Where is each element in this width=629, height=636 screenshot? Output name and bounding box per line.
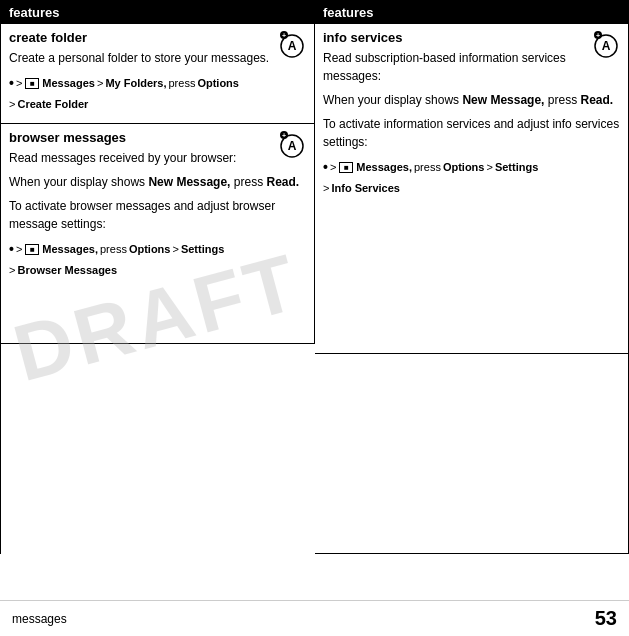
- nav-arrow3: >: [16, 241, 22, 258]
- create-folder-para1: Create a personal folder to store your m…: [9, 49, 306, 67]
- create-folder-nav: • > ■ Messages > My Folders, press Optio…: [9, 73, 306, 94]
- nav-arrow2: >: [9, 96, 15, 113]
- nav-sep2: >: [172, 241, 178, 258]
- browser-messages-content: Read messages received by your browser: …: [9, 149, 306, 279]
- messages-icon2: ■: [25, 244, 39, 255]
- info-services-cell: A + info services Read subscription-base…: [315, 24, 629, 354]
- left-column: features A + create folder Create a pers…: [1, 1, 315, 554]
- browser-messages-icon-badge: A +: [278, 130, 306, 158]
- nav-arrow4: >: [9, 262, 15, 279]
- info-nav2: > Info Services: [323, 180, 620, 197]
- right-empty-cell: [315, 354, 629, 554]
- browser-para1: Read messages received by your browser:: [9, 149, 306, 167]
- nav-infoservices: Info Services: [331, 180, 399, 197]
- create-folder-nav2: > Create Folder: [9, 96, 306, 113]
- nav-arrow5: >: [330, 159, 336, 176]
- nav-bullet2: •: [9, 239, 14, 260]
- footer-page-number: 53: [595, 607, 617, 630]
- nav-createfolder: Create Folder: [17, 96, 88, 113]
- nav-bullet3: •: [323, 157, 328, 178]
- nav-browsermessages: Browser Messages: [17, 262, 117, 279]
- right-header-text: features: [323, 5, 374, 20]
- browser-para2: When your display shows New Message, pre…: [9, 173, 306, 191]
- nav-myfolders: My Folders,: [105, 75, 166, 92]
- nav-messages3: Messages,: [356, 159, 412, 176]
- info-para3: To activate information services and adj…: [323, 115, 620, 151]
- messages-icon: ■: [25, 78, 39, 89]
- nav-arrow1: >: [16, 75, 22, 92]
- nav-bullet: •: [9, 73, 14, 94]
- svg-text:+: +: [282, 132, 286, 139]
- create-folder-title: create folder: [9, 30, 306, 45]
- create-folder-cell: A + create folder Create a personal fold…: [1, 24, 315, 124]
- browser-messages-cell: A + browser messages Read messages recei…: [1, 124, 315, 344]
- browser-nav1: • > ■ Messages, press Options > Settings: [9, 239, 306, 260]
- page-container: DRAFT features A + create fold: [0, 0, 629, 636]
- info-services-content: Read subscription-based information serv…: [323, 49, 620, 197]
- info-services-icon-badge: A +: [592, 30, 620, 58]
- nav-press1: press: [169, 75, 196, 92]
- svg-text:A: A: [288, 39, 297, 53]
- nav-press2: press: [100, 241, 127, 258]
- svg-text:A: A: [602, 39, 611, 53]
- info-para1: Read subscription-based information serv…: [323, 49, 620, 85]
- nav-sep3: >: [486, 159, 492, 176]
- left-header-text: features: [9, 5, 60, 20]
- info-nav1: • > ■ Messages, press Options > Settings: [323, 157, 620, 178]
- footer: messages 53: [0, 600, 629, 636]
- svg-text:+: +: [596, 32, 600, 39]
- left-header: features: [1, 1, 315, 24]
- nav-messages2: Messages,: [42, 241, 98, 258]
- browser-nav2: > Browser Messages: [9, 262, 306, 279]
- svg-text:+: +: [282, 32, 286, 39]
- info-para2: When your display shows New Message, pre…: [323, 91, 620, 109]
- footer-label: messages: [12, 612, 67, 626]
- right-column: features A + info services Read subscrip…: [315, 1, 629, 554]
- messages-icon3: ■: [339, 162, 353, 173]
- nav-options1: Options: [197, 75, 239, 92]
- right-header: features: [315, 1, 629, 24]
- nav-messages: Messages: [42, 75, 95, 92]
- nav-options2: Options: [129, 241, 171, 258]
- info-services-title: info services: [323, 30, 620, 45]
- browser-para3: To activate browser messages and adjust …: [9, 197, 306, 233]
- nav-press3: press: [414, 159, 441, 176]
- browser-messages-title: browser messages: [9, 130, 306, 145]
- nav-sep1: >: [97, 75, 103, 92]
- create-folder-content: Create a personal folder to store your m…: [9, 49, 306, 113]
- nav-settings1: Settings: [181, 241, 224, 258]
- nav-arrow6: >: [323, 180, 329, 197]
- nav-options3: Options: [443, 159, 485, 176]
- features-table: features A + create folder Create a pers…: [0, 0, 629, 554]
- create-folder-icon-badge: A +: [278, 30, 306, 58]
- svg-text:A: A: [288, 139, 297, 153]
- nav-settings2: Settings: [495, 159, 538, 176]
